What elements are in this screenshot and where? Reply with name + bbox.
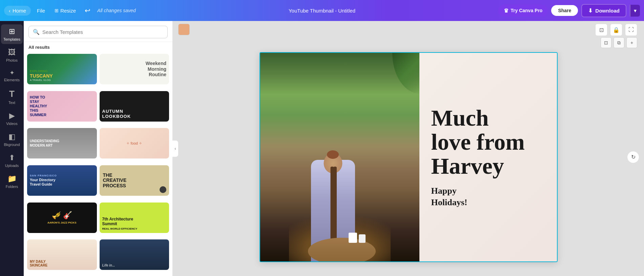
template-label: EXPLORING — [30, 69, 94, 73]
sidebar-label-videos: Videos — [6, 122, 17, 126]
template-sub: REAL WORLD EFFICIENCY — [102, 227, 167, 230]
sidebar-item-background[interactable]: ◧ Bkground — [1, 130, 23, 149]
top-navigation: ‹ Home File ⊞ Resize ↩ All changes saved… — [0, 0, 644, 21]
file-button[interactable]: File — [34, 6, 48, 16]
canvas-top-tools: ⊡ 🔒 ⛶ — [595, 24, 637, 36]
layout-tool-button[interactable]: ⊡ — [595, 24, 607, 36]
template-title: AARON'S JAZZ PICKS — [47, 221, 76, 224]
color-swatch[interactable] — [178, 24, 190, 35]
sub-text-line2: Holidays! — [431, 197, 468, 207]
document-title: YouTube Thumbnail - Untitled — [289, 8, 355, 14]
sidebar-item-elements[interactable]: ✦ Elements — [1, 66, 23, 85]
sidebar-item-templates[interactable]: ⊞ Templates — [1, 24, 23, 44]
templates-panel: 🔍 All results EXPLORING TUSCANY A TRAVEL… — [24, 21, 173, 276]
template-decoration — [160, 186, 166, 193]
lock-icon: 🔒 — [613, 27, 620, 33]
text-icon: T — [9, 89, 15, 99]
resize-label: Resize — [60, 8, 76, 14]
main-text-line2: love from — [431, 129, 525, 155]
template-title: THECREATIVEPROCESS — [103, 173, 166, 188]
template-title: Life in... — [102, 263, 167, 267]
list-item[interactable]: WeekendMorningRoutine — [100, 54, 169, 84]
canvas-wrapper: ↻ — [173, 38, 644, 276]
doc-title-text: YouTube Thumbnail - Untitled — [289, 8, 355, 14]
templates-grid: EXPLORING TUSCANY A TRAVEL VLOG WeekendM… — [24, 52, 172, 276]
photo-background — [260, 53, 419, 261]
canvas-toolbar — [173, 21, 644, 38]
template-title: HOW TOSTAYHEALTHYTHISSUMMER — [30, 95, 94, 118]
sidebar-item-text[interactable]: T Text — [1, 86, 23, 107]
list-item[interactable]: UNDERSTANDINGMODERN ART — [27, 128, 97, 158]
list-item[interactable]: HOW TOSTAYHEALTHYTHISSUMMER — [27, 91, 97, 122]
refresh-icon: ↻ — [631, 154, 636, 160]
expand-icon: ⛶ — [628, 27, 634, 33]
sidebar-item-photos[interactable]: 🖼 Photos — [1, 45, 23, 65]
main-text-line3: Harvey — [431, 153, 504, 179]
person-hair — [327, 150, 339, 159]
cup2 — [359, 234, 366, 243]
design-canvas[interactable]: Much love from Harvey Happy Holidays! — [259, 52, 558, 262]
list-item[interactable]: 🎺 🎸 AARON'S JAZZ PICKS — [27, 203, 97, 233]
sidebar-item-videos[interactable]: ▶ Videos — [1, 109, 23, 128]
expand-tool-button[interactable]: ⛶ — [625, 24, 637, 36]
sidebar-label-folders: Folders — [6, 185, 18, 189]
refresh-button[interactable]: ↻ — [627, 151, 639, 163]
list-item[interactable]: AUTUMNLOOKBOOK — [100, 91, 169, 122]
sidebar-label-background: Bkground — [4, 143, 20, 147]
template-title: TUSCANY — [30, 73, 94, 79]
main-text-line1: Much — [431, 105, 489, 131]
palm-decoration — [392, 53, 419, 93]
home-button[interactable]: ‹ Home — [4, 6, 31, 16]
list-item[interactable]: EXPLORING TUSCANY A TRAVEL VLOG — [27, 54, 97, 84]
list-item[interactable]: Life in... — [100, 239, 169, 270]
undo-button[interactable]: ↩ — [82, 4, 93, 17]
template-title: MY DAILYSKINCARE — [30, 260, 94, 267]
template-label: SAN FRANCISCO — [30, 174, 94, 177]
search-box[interactable]: 🔍 — [28, 26, 168, 38]
elements-icon: ✦ — [9, 69, 15, 77]
sidebar-item-uploads[interactable]: ⬆ Uploads — [1, 151, 23, 170]
list-item[interactable]: THECREATIVEPROCESS — [100, 165, 169, 196]
list-item[interactable]: MY DAILYSKINCARE — [27, 239, 97, 270]
list-item[interactable]: SAN FRANCISCO Your DirectoryTravel Guide — [27, 165, 97, 196]
download-dropdown-button[interactable]: ▾ — [630, 5, 640, 17]
saved-status: All changes saved — [97, 8, 136, 13]
templates-search-area: 🔍 — [24, 21, 172, 42]
undo-icon: ↩ — [85, 7, 90, 14]
canvas-area: ⊡ 🔒 ⛶ ⊡ ⧉ + ↻ — [173, 21, 644, 276]
photos-icon: 🖼 — [8, 48, 16, 57]
canvas-photo — [260, 53, 419, 261]
share-label: Share — [558, 8, 571, 13]
sidebar-label-uploads: Uploads — [5, 164, 19, 168]
list-item[interactable]: ✧ food ✧ — [100, 128, 169, 158]
layout-icon: ⊡ — [599, 27, 604, 33]
download-icon: ⬇ — [588, 7, 593, 14]
list-item[interactable]: 7th ArchitectureSummit REAL WORLD EFFICI… — [100, 203, 169, 233]
template-title: Your DirectoryTravel Guide — [30, 178, 94, 187]
sidebar-label-text: Text — [8, 101, 15, 105]
download-button[interactable]: ⬇ Download — [581, 4, 626, 17]
hide-panel-toggle[interactable]: ‹ — [172, 140, 179, 157]
resize-button[interactable]: ⊞ Resize — [51, 6, 79, 16]
template-label: ✧ food ✧ — [126, 141, 142, 146]
template-icon: 🎺 🎸 — [52, 211, 72, 220]
folders-icon: 📁 — [7, 174, 17, 183]
sidebar-label-elements: Elements — [4, 78, 20, 82]
sidebar-label-templates: Templates — [3, 37, 20, 41]
background-icon: ◧ — [8, 132, 16, 141]
nav-right-actions: ♛ Try Canva Pro Share ⬇ Download ▾ — [498, 4, 640, 17]
sidebar-item-folders[interactable]: 📁 Folders — [1, 172, 23, 191]
home-label: Home — [13, 8, 26, 14]
videos-icon: ▶ — [9, 111, 15, 120]
search-input[interactable] — [42, 29, 163, 35]
cup1 — [349, 233, 357, 243]
try-pro-label: Try Canva Pro — [511, 8, 542, 13]
sidebar-label-photos: Photos — [6, 58, 18, 62]
lock-tool-button[interactable]: 🔒 — [610, 24, 622, 36]
try-pro-button[interactable]: ♛ Try Canva Pro — [498, 5, 548, 17]
template-title: WeekendMorningRoutine — [146, 61, 166, 78]
sub-text-line1: Happy — [431, 186, 457, 196]
canvas-text-panel[interactable]: Much love from Harvey Happy Holidays! — [419, 53, 557, 261]
canvas-main-title: Much love from Harvey — [431, 106, 545, 178]
share-button[interactable]: Share — [551, 5, 578, 16]
